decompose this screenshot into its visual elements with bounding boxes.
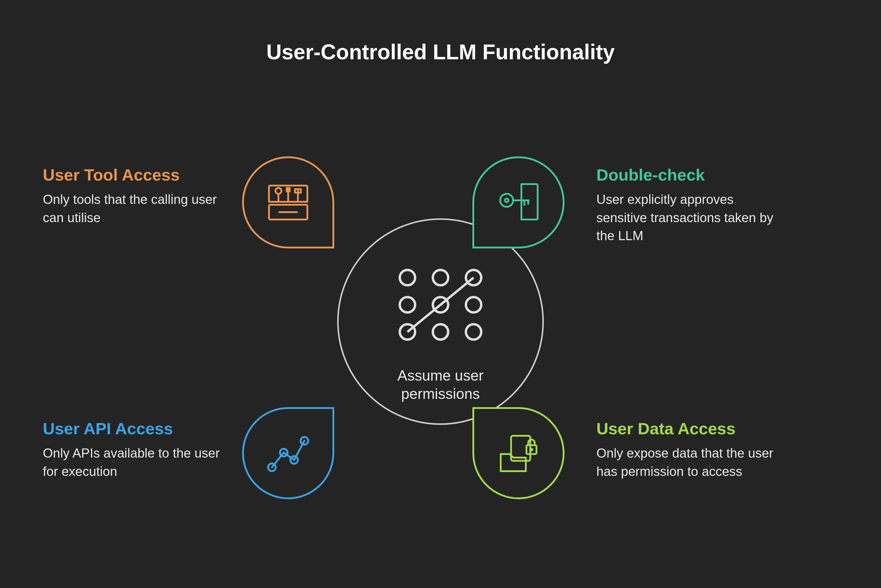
svg-point-36 — [531, 449, 532, 450]
node-double-check — [472, 156, 564, 248]
node-user-tool-access — [242, 156, 334, 248]
desc-user-data-access: Only expose data that the user has permi… — [596, 444, 774, 480]
title-user-data-access: User Data Access — [596, 419, 774, 438]
label-user-api-access: User API Access Only APIs available to t… — [43, 419, 220, 480]
svg-line-27 — [272, 453, 284, 467]
svg-point-2 — [400, 270, 415, 285]
svg-point-5 — [400, 297, 415, 312]
svg-line-1 — [440, 278, 474, 305]
label-user-tool-access: User Tool Access Only tools that the cal… — [43, 165, 220, 226]
toolbox-icon — [263, 177, 313, 228]
key-door-icon — [493, 177, 544, 228]
folder-lock-icon — [493, 428, 544, 479]
svg-line-0 — [407, 305, 440, 332]
chart-nodes-icon — [263, 428, 313, 479]
svg-point-7 — [466, 297, 481, 312]
center-assume-permissions: Assume user permissions — [337, 218, 544, 425]
node-user-api-access — [242, 407, 334, 499]
svg-point-9 — [433, 324, 448, 340]
title-user-tool-access: User Tool Access — [43, 165, 220, 184]
label-double-check: Double-check User explicitly approves se… — [596, 165, 774, 245]
svg-point-3 — [433, 270, 448, 285]
diagram-title: User-Controlled LLM Functionality — [0, 40, 881, 64]
node-user-data-access — [472, 407, 564, 499]
diagram-stage: User-Controlled LLM Functionality — [0, 0, 881, 588]
network-graph-icon — [393, 264, 488, 347]
desc-user-api-access: Only APIs available to the user for exec… — [43, 444, 220, 480]
title-user-api-access: User API Access — [43, 419, 220, 438]
label-user-data-access: User Data Access Only expose data that t… — [596, 419, 774, 480]
center-caption: Assume user permissions — [382, 366, 499, 403]
title-double-check: Double-check — [596, 165, 774, 184]
svg-point-22 — [500, 194, 513, 207]
svg-point-23 — [505, 198, 508, 202]
desc-double-check: User explicitly approves sensitive trans… — [596, 190, 774, 245]
desc-user-tool-access: Only tools that the calling user can uti… — [43, 190, 220, 226]
svg-point-10 — [466, 324, 481, 340]
